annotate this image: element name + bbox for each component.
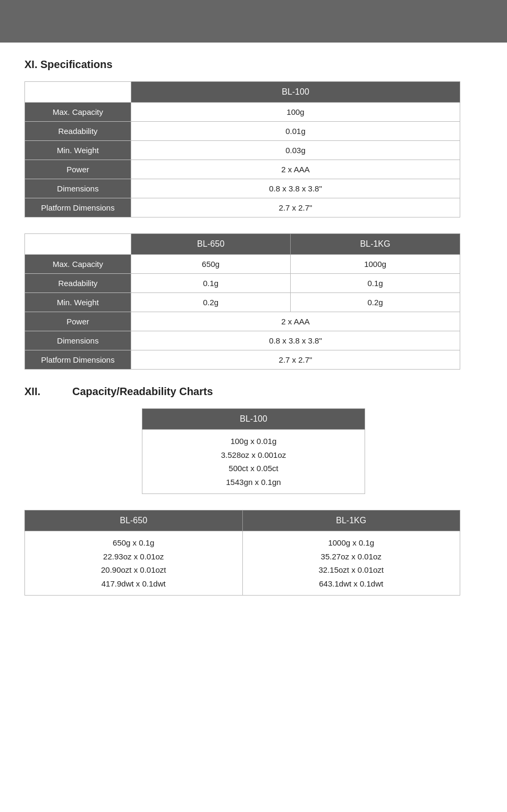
spec-table2-empty-header — [25, 234, 131, 255]
row-value: 0.8 x 3.8 x 3.8" — [131, 179, 460, 198]
cap-row-value-col1: 650g x 0.1g22.93oz x 0.01oz20.90ozt x 0.… — [25, 531, 243, 596]
table-row: Readability 0.1g 0.1g — [25, 274, 460, 293]
table-row: Readability 0.01g — [25, 122, 460, 141]
row-label: Readability — [25, 122, 131, 141]
spec-table-bl100: BL-100 Max. Capacity 100g Readability 0.… — [24, 81, 460, 217]
row-label: Readability — [25, 274, 131, 293]
row-value-span: 2.7 x 2.7" — [131, 350, 460, 370]
row-label: Max. Capacity — [25, 103, 131, 122]
spec-table-bl650-bl1kg: BL-650 BL-1KG Max. Capacity 650g 1000g R… — [24, 233, 460, 370]
spec-table1-col-bl100: BL-100 — [131, 82, 460, 103]
spec-table1-empty-header — [25, 82, 131, 103]
row-value: 0.01g — [131, 122, 460, 141]
section-xii: XII. Capacity/Readability Charts BL-100 … — [24, 386, 483, 596]
section-xi-label: Specifications — [40, 58, 113, 70]
table-row: Platform Dimensions 2.7 x 2.7" — [25, 198, 460, 217]
table-row: Min. Weight 0.03g — [25, 141, 460, 160]
row-value-col2: 1000g — [291, 255, 460, 274]
row-value: 2.7 x 2.7" — [131, 198, 460, 217]
spec-table2-col-bl1kg: BL-1KG — [291, 234, 460, 255]
table-row: Max. Capacity 100g — [25, 103, 460, 122]
row-value-col1: 0.2g — [131, 293, 291, 312]
section-xii-number: XII. — [24, 386, 56, 398]
table-row: Power 2 x AAA — [25, 160, 460, 179]
row-label: Power — [25, 312, 131, 331]
row-value: 2 x AAA — [131, 160, 460, 179]
row-label: Dimensions — [25, 331, 131, 350]
section-xi: XI. Specifications BL-100 Max. Capacity … — [24, 58, 483, 370]
row-label: Dimensions — [25, 179, 131, 198]
table-row: Dimensions 0.8 x 3.8 x 3.8" — [25, 331, 460, 350]
row-value-col2: 0.1g — [291, 274, 460, 293]
section-xii-label: Capacity/Readability Charts — [72, 386, 213, 398]
section-xii-title-row: XII. Capacity/Readability Charts — [24, 386, 483, 398]
top-bar — [0, 0, 507, 43]
row-value: 100g — [131, 103, 460, 122]
row-value-span: 2 x AAA — [131, 312, 460, 331]
table-row: Max. Capacity 650g 1000g — [25, 255, 460, 274]
row-label: Min. Weight — [25, 293, 131, 312]
row-label: Platform Dimensions — [25, 350, 131, 370]
cap-table-bl100: BL-100 100g x 0.01g3.528oz x 0.001oz500c… — [142, 408, 365, 494]
table-row: Platform Dimensions 2.7 x 2.7" — [25, 350, 460, 370]
table-row: 650g x 0.1g22.93oz x 0.01oz20.90ozt x 0.… — [25, 531, 460, 596]
row-label: Platform Dimensions — [25, 198, 131, 217]
section-xi-title: XI. Specifications — [24, 58, 483, 71]
row-value-col2: 0.2g — [291, 293, 460, 312]
cap-table1-header-bl100: BL-100 — [142, 409, 365, 430]
row-value-col1: 650g — [131, 255, 291, 274]
content-area: XI. Specifications BL-100 Max. Capacity … — [0, 43, 507, 633]
cap-row-value-col2: 1000g x 0.1g35.27oz x 0.01oz32.15ozt x 0… — [242, 531, 460, 596]
table-row: Power 2 x AAA — [25, 312, 460, 331]
table-row: Dimensions 0.8 x 3.8 x 3.8" — [25, 179, 460, 198]
row-label: Power — [25, 160, 131, 179]
spec-table2-col-bl650: BL-650 — [131, 234, 291, 255]
table-row: 100g x 0.01g3.528oz x 0.001oz500ct x 0.0… — [142, 430, 365, 494]
cap-row-value: 100g x 0.01g3.528oz x 0.001oz500ct x 0.0… — [142, 430, 365, 494]
row-label: Min. Weight — [25, 141, 131, 160]
row-value-span: 0.8 x 3.8 x 3.8" — [131, 331, 460, 350]
cap-table2-header-bl1kg: BL-1KG — [242, 510, 460, 531]
cap-table-bl650-bl1kg: BL-650 BL-1KG 650g x 0.1g22.93oz x 0.01o… — [24, 510, 460, 596]
section-xi-number: XI. — [24, 58, 37, 70]
cap-table2-header-bl650: BL-650 — [25, 510, 243, 531]
row-label: Max. Capacity — [25, 255, 131, 274]
row-value: 0.03g — [131, 141, 460, 160]
row-value-col1: 0.1g — [131, 274, 291, 293]
table-row: Min. Weight 0.2g 0.2g — [25, 293, 460, 312]
